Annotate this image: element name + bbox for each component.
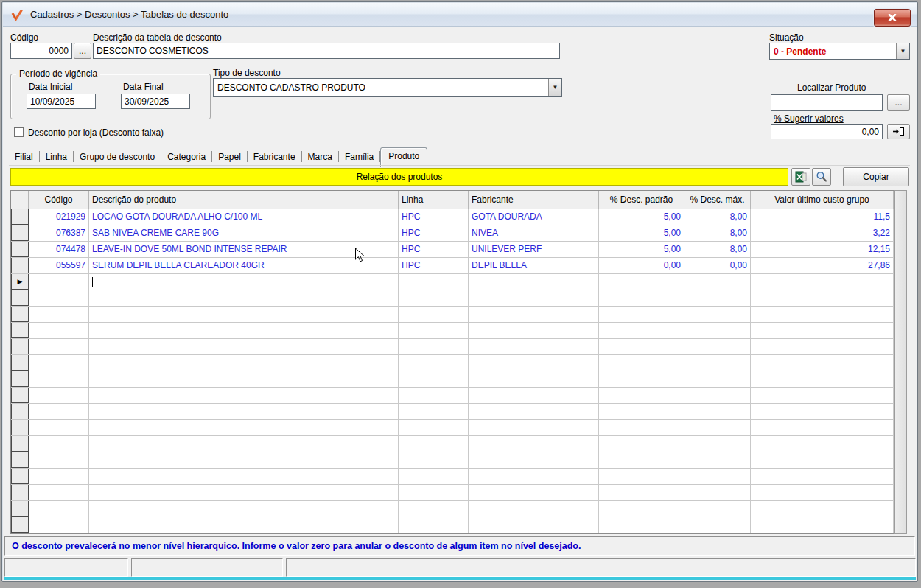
cell-desc_padrao[interactable] xyxy=(599,355,684,371)
cell-valor_ultimo_custo[interactable] xyxy=(751,339,894,354)
vertical-scrollbar[interactable] xyxy=(894,190,907,534)
cell-desc_max[interactable]: 8,00 xyxy=(684,242,751,257)
table-row[interactable] xyxy=(11,339,894,355)
table-row[interactable] xyxy=(11,355,894,371)
row-selector[interactable] xyxy=(11,469,29,484)
cell-desc_padrao[interactable] xyxy=(599,323,684,338)
cell-linha[interactable] xyxy=(399,371,469,387)
cell-desc_max[interactable] xyxy=(684,355,751,371)
column-header-codigo[interactable]: Código xyxy=(29,191,89,209)
cell-valor_ultimo_custo[interactable] xyxy=(751,517,894,533)
cell-desc_padrao[interactable]: 0,00 xyxy=(599,258,684,273)
cell-fabricante[interactable] xyxy=(469,452,599,468)
tab-filial[interactable]: Filial xyxy=(9,150,39,166)
table-row[interactable]: 076387SAB NIVEA CREME CARE 90GHPCNIVEA5,… xyxy=(11,225,894,242)
cell-desc_padrao[interactable] xyxy=(599,469,684,484)
cell-linha[interactable]: HPC xyxy=(399,258,469,273)
cell-codigo[interactable] xyxy=(29,307,89,322)
cell-desc_padrao[interactable] xyxy=(599,452,684,468)
cell-linha[interactable] xyxy=(399,339,469,354)
row-selector[interactable] xyxy=(11,420,29,435)
row-selector[interactable] xyxy=(11,485,29,500)
cell-descricao[interactable] xyxy=(89,404,399,419)
cell-desc_max[interactable] xyxy=(684,307,751,322)
cell-linha[interactable] xyxy=(399,274,469,290)
row-selector[interactable] xyxy=(11,225,29,241)
cell-valor_ultimo_custo[interactable]: 11,5 xyxy=(751,209,894,225)
cell-desc_max[interactable]: 8,00 xyxy=(684,225,751,241)
cell-descricao[interactable] xyxy=(89,339,399,354)
row-selector[interactable] xyxy=(11,388,29,403)
cell-linha[interactable]: HPC xyxy=(399,225,469,241)
cell-fabricante[interactable] xyxy=(469,436,599,452)
tab-papel[interactable]: Papel xyxy=(212,150,247,166)
cell-descricao[interactable]: SAB NIVEA CREME CARE 90G xyxy=(89,225,399,241)
cell-descricao[interactable]: LEAVE-IN DOVE 50ML BOND INTENSE REPAIR xyxy=(89,242,399,257)
row-selector[interactable] xyxy=(11,307,29,322)
situacao-dropdown-arrow-icon[interactable]: ▼ xyxy=(896,43,909,59)
cell-codigo[interactable] xyxy=(29,436,89,452)
localizar-produto-input[interactable] xyxy=(771,94,883,111)
cell-valor_ultimo_custo[interactable] xyxy=(751,452,894,468)
cell-descricao[interactable] xyxy=(89,323,399,338)
cell-linha[interactable] xyxy=(399,469,469,484)
export-excel-button[interactable] xyxy=(791,168,810,186)
cell-descricao[interactable] xyxy=(89,469,399,484)
cell-valor_ultimo_custo[interactable] xyxy=(751,420,894,435)
cell-fabricante[interactable] xyxy=(469,290,599,306)
column-header--desc-max-[interactable]: % Desc. máx. xyxy=(684,191,751,209)
cell-valor_ultimo_custo[interactable] xyxy=(751,371,894,387)
cell-descricao[interactable] xyxy=(89,388,399,403)
cell-valor_ultimo_custo[interactable] xyxy=(751,485,894,500)
table-row[interactable] xyxy=(11,420,894,436)
cell-codigo[interactable] xyxy=(29,290,89,306)
row-selector[interactable] xyxy=(11,339,29,354)
cell-desc_max[interactable] xyxy=(684,371,751,387)
cell-desc_padrao[interactable] xyxy=(599,290,684,306)
cell-desc_padrao[interactable] xyxy=(599,274,684,290)
cell-linha[interactable] xyxy=(399,388,469,403)
row-selector[interactable] xyxy=(11,517,29,533)
tab-linha[interactable]: Linha xyxy=(40,150,73,166)
tab-fabricante[interactable]: Fabricante xyxy=(248,150,301,166)
cell-desc_max[interactable] xyxy=(684,420,751,435)
cell-desc_padrao[interactable] xyxy=(599,436,684,452)
row-selector[interactable] xyxy=(11,323,29,338)
tab-grupo-de-desconto[interactable]: Grupo de desconto xyxy=(74,150,161,166)
cell-fabricante[interactable] xyxy=(469,420,599,435)
cell-valor_ultimo_custo[interactable] xyxy=(751,501,894,517)
table-row[interactable] xyxy=(11,307,894,323)
table-row[interactable]: 021929LOCAO GOTA DOURADA ALHO C/100 MLHP… xyxy=(11,209,894,225)
table-row[interactable] xyxy=(11,323,894,339)
row-selector[interactable] xyxy=(11,290,29,306)
cell-desc_max[interactable]: 8,00 xyxy=(684,209,751,225)
cell-fabricante[interactable] xyxy=(469,469,599,484)
cell-codigo[interactable]: 021929 xyxy=(29,209,89,225)
cell-descricao[interactable] xyxy=(89,436,399,452)
table-row[interactable]: 055597SERUM DEPIL BELLA CLAREADOR 40GRHP… xyxy=(11,258,894,274)
codigo-input[interactable] xyxy=(10,43,72,59)
cell-desc_padrao[interactable] xyxy=(599,517,684,533)
codigo-browse-button[interactable]: ... xyxy=(74,43,91,59)
cell-desc_max[interactable] xyxy=(684,469,751,484)
cell-codigo[interactable] xyxy=(29,339,89,354)
column-header-fabricante[interactable]: Fabricante xyxy=(469,191,599,209)
cell-descricao[interactable]: SERUM DEPIL BELLA CLAREADOR 40GR xyxy=(89,258,399,273)
cell-descricao[interactable] xyxy=(89,420,399,435)
cell-linha[interactable] xyxy=(399,517,469,533)
cell-fabricante[interactable] xyxy=(469,371,599,387)
cell-linha[interactable] xyxy=(399,485,469,500)
cell-desc_padrao[interactable] xyxy=(599,420,684,435)
cell-codigo[interactable] xyxy=(29,404,89,419)
cell-valor_ultimo_custo[interactable] xyxy=(751,290,894,306)
desconto-por-loja-checkbox[interactable] xyxy=(14,127,24,137)
cell-codigo[interactable] xyxy=(29,323,89,338)
descricao-input[interactable] xyxy=(93,43,560,59)
cell-codigo[interactable]: 055597 xyxy=(29,258,89,273)
cell-desc_max[interactable] xyxy=(684,274,751,290)
table-row[interactable] xyxy=(11,388,894,404)
cell-fabricante[interactable]: GOTA DOURADA xyxy=(469,209,599,225)
cell-fabricante[interactable]: DEPIL BELLA xyxy=(469,258,599,273)
cell-linha[interactable] xyxy=(399,290,469,306)
cell-desc_padrao[interactable]: 5,00 xyxy=(599,225,684,241)
